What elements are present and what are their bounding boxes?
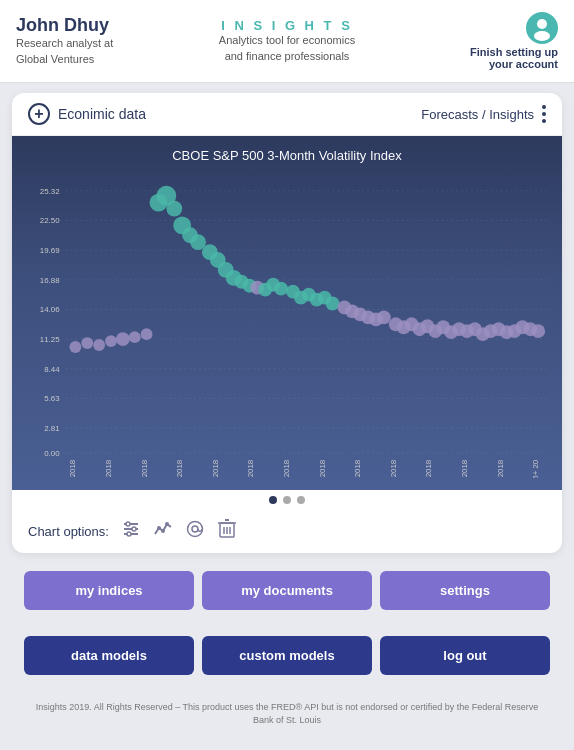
chart-title: CBOE S&P 500 3-Month Volatility Index (20, 148, 554, 163)
main-content: + Econimic data Forecasts / Insights CBO… (0, 83, 574, 750)
svg-point-31 (166, 201, 182, 217)
trash-icon[interactable] (217, 518, 237, 545)
footer: Insights 2019. All Rights Reserved – Thi… (12, 693, 562, 740)
brand-info: I N S I G H T S Analytics tool for econo… (200, 18, 374, 64)
svg-text:14 Feb 2018: 14 Feb 2018 (175, 459, 184, 477)
add-data-button[interactable]: + (28, 103, 50, 125)
svg-point-97 (161, 529, 165, 533)
brand-subtitle: Analytics tool for economics and finance… (200, 33, 374, 64)
avatar-icon (526, 12, 558, 44)
svg-point-94 (132, 527, 136, 531)
svg-point-24 (93, 339, 105, 351)
card-header-left[interactable]: + Econimic data (28, 103, 146, 125)
svg-text:22.50: 22.50 (40, 216, 60, 225)
app-header: John Dhuy Research analyst at Global Ven… (0, 0, 574, 83)
user-name: John Dhuy (16, 15, 190, 36)
svg-text:08 Mar 2018: 08 Mar 2018 (246, 459, 255, 477)
data-card: + Econimic data Forecasts / Insights CBO… (12, 93, 562, 553)
svg-text:11 Apr 2018: 11 Apr 2018 (353, 459, 362, 477)
svg-point-27 (129, 331, 141, 343)
user-title: Research analyst at Global Ventures (16, 36, 190, 67)
chart-area: CBOE S&P 500 3-Month Volatility Index 25… (12, 136, 562, 490)
svg-point-25 (105, 335, 117, 347)
svg-point-44 (274, 282, 288, 296)
button-row-1: my indices my documents settings (12, 563, 562, 618)
custom-models-button[interactable]: custom models (202, 636, 372, 675)
line-chart-icon[interactable] (153, 519, 173, 544)
svg-text:09 May 2018: 09 May 2018 (460, 459, 469, 477)
svg-text:17 Jan 2018: 17 Jan 2018 (104, 459, 113, 477)
svg-text:0.00: 0.00 (44, 449, 60, 458)
pagination-dots (12, 490, 562, 510)
svg-text:20 Mar 2018: 20 Mar 2018 (282, 459, 291, 477)
chart-options-label: Chart options: (28, 524, 109, 539)
svg-point-98 (165, 522, 169, 526)
svg-text:14.06: 14.06 (40, 305, 60, 314)
svg-point-56 (377, 310, 391, 324)
svg-text:01 Apr 2018: 01 Apr 2018 (318, 459, 327, 477)
svg-text:16.88: 16.88 (40, 276, 60, 285)
at-icon[interactable] (185, 519, 205, 544)
log-out-button[interactable]: log out (380, 636, 550, 675)
finish-text[interactable]: Finish setting up your account (470, 46, 558, 70)
svg-text:5.63: 5.63 (44, 394, 60, 403)
pagination-dot-3[interactable] (297, 496, 305, 504)
sliders-icon[interactable] (121, 519, 141, 544)
svg-text:26 Feb 2018: 26 Feb 2018 (211, 459, 220, 477)
svg-point-23 (81, 337, 93, 349)
pagination-dot-2[interactable] (283, 496, 291, 504)
svg-point-0 (537, 19, 547, 29)
svg-point-1 (534, 31, 550, 41)
svg-text:03 May 2018: 03 May 2018 (424, 459, 433, 477)
svg-text:2.81: 2.81 (44, 424, 60, 433)
svg-point-22 (69, 341, 81, 353)
my-indices-button[interactable]: my indices (24, 571, 194, 610)
svg-text:25.32: 25.32 (40, 187, 60, 196)
section-label: Econimic data (58, 106, 146, 122)
svg-text:15+ 20: 15+ 20 (531, 459, 540, 477)
pagination-dot-1[interactable] (269, 496, 277, 504)
svg-text:23 Apr 2018: 23 Apr 2018 (389, 459, 398, 477)
footer-text: Insights 2019. All Rights Reserved – Thi… (36, 702, 539, 726)
svg-text:8.44: 8.44 (44, 365, 60, 374)
my-documents-button[interactable]: my documents (202, 571, 372, 610)
svg-text:01 Jan 2018: 01 Jan 2018 (68, 459, 77, 477)
chart-options: Chart options: (12, 510, 562, 553)
data-models-button[interactable]: data models (24, 636, 194, 675)
svg-point-75 (531, 324, 545, 338)
finish-cta[interactable]: Finish setting up your account (384, 12, 558, 70)
svg-point-93 (126, 522, 130, 526)
svg-point-95 (127, 532, 131, 536)
svg-text:02 Feb 2018: 02 Feb 2018 (140, 459, 149, 477)
button-row-2: data models custom models log out (12, 628, 562, 683)
svg-point-96 (157, 526, 161, 530)
card-header: + Econimic data Forecasts / Insights (12, 93, 562, 136)
brand-title: I N S I G H T S (200, 18, 374, 33)
svg-point-99 (187, 521, 202, 536)
user-info: John Dhuy Research analyst at Global Ven… (16, 15, 190, 67)
svg-point-28 (141, 328, 153, 340)
svg-text:15 May 2018: 15 May 2018 (496, 459, 505, 477)
settings-button[interactable]: settings (380, 571, 550, 610)
menu-dots-icon[interactable] (542, 105, 546, 123)
svg-text:19.69: 19.69 (40, 246, 60, 255)
svg-point-26 (116, 332, 130, 346)
svg-point-50 (326, 297, 340, 311)
nav-label: Forecasts / Insights (421, 107, 534, 122)
card-header-right[interactable]: Forecasts / Insights (421, 105, 546, 123)
svg-text:11.25: 11.25 (40, 335, 60, 344)
svg-point-100 (192, 526, 198, 532)
chart-svg: 25.32 22.50 19.69 16.88 14.06 11.25 8.44… (20, 171, 554, 482)
